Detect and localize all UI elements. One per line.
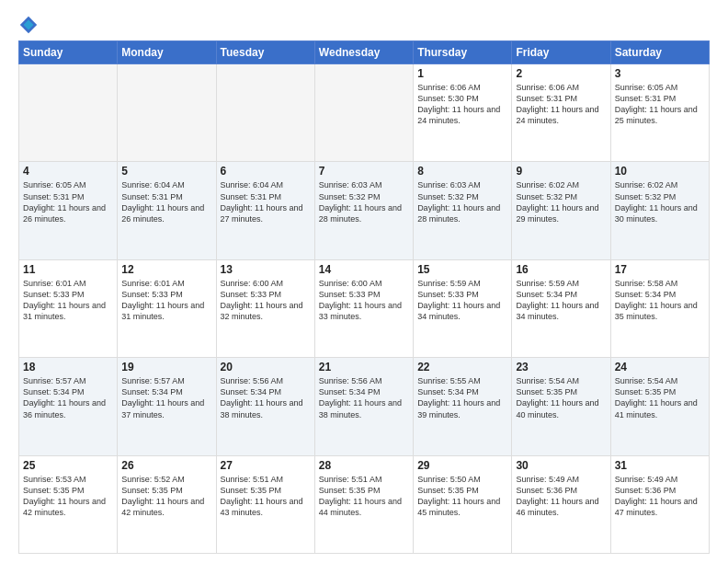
calendar-day-cell: 30Sunrise: 5:49 AMSunset: 5:36 PMDayligh… <box>512 455 610 553</box>
day-info-text: Sunrise: 6:05 AMSunset: 5:31 PMDaylight:… <box>23 179 113 224</box>
day-number: 2 <box>516 67 606 80</box>
day-info-text: Sunrise: 5:49 AMSunset: 5:36 PMDaylight:… <box>516 474 606 519</box>
calendar-day-header: Wednesday <box>314 41 413 64</box>
calendar-day-cell: 19Sunrise: 5:57 AMSunset: 5:34 PMDayligh… <box>118 358 216 455</box>
day-info-text: Sunrise: 6:01 AMSunset: 5:33 PMDaylight:… <box>23 278 113 323</box>
day-info-text: Sunrise: 5:53 AMSunset: 5:35 PMDaylight:… <box>23 474 113 519</box>
day-number: 3 <box>615 67 705 80</box>
calendar-day-cell: 5Sunrise: 6:04 AMSunset: 5:31 PMDaylight… <box>118 162 216 259</box>
day-info-text: Sunrise: 5:49 AMSunset: 5:36 PMDaylight:… <box>615 474 705 519</box>
calendar-day-cell: 26Sunrise: 5:52 AMSunset: 5:35 PMDayligh… <box>118 455 216 553</box>
day-info-text: Sunrise: 6:02 AMSunset: 5:32 PMDaylight:… <box>615 179 705 224</box>
day-number: 10 <box>615 165 705 178</box>
day-info-text: Sunrise: 6:00 AMSunset: 5:33 PMDaylight:… <box>319 278 409 323</box>
day-info-text: Sunrise: 6:06 AMSunset: 5:30 PMDaylight:… <box>417 82 507 127</box>
day-number: 23 <box>516 361 606 373</box>
calendar-day-cell: 15Sunrise: 5:59 AMSunset: 5:33 PMDayligh… <box>414 259 512 357</box>
day-number: 15 <box>417 263 507 276</box>
day-number: 8 <box>417 165 507 178</box>
logo <box>18 15 40 35</box>
calendar-page: SundayMondayTuesdayWednesdayThursdayFrid… <box>0 0 728 563</box>
calendar-day-cell <box>314 64 413 162</box>
calendar-day-cell: 13Sunrise: 6:00 AMSunset: 5:33 PMDayligh… <box>216 259 314 357</box>
day-number: 4 <box>23 165 113 178</box>
calendar-day-cell <box>19 64 118 162</box>
day-info-text: Sunrise: 6:03 AMSunset: 5:32 PMDaylight:… <box>417 179 507 224</box>
calendar-day-cell: 28Sunrise: 5:51 AMSunset: 5:35 PMDayligh… <box>314 455 413 553</box>
calendar-day-cell: 10Sunrise: 6:02 AMSunset: 5:32 PMDayligh… <box>610 162 709 259</box>
day-number: 22 <box>417 361 507 373</box>
calendar-day-cell: 7Sunrise: 6:03 AMSunset: 5:32 PMDaylight… <box>314 162 413 259</box>
day-info-text: Sunrise: 5:56 AMSunset: 5:34 PMDaylight:… <box>319 375 409 420</box>
calendar-week-row: 11Sunrise: 6:01 AMSunset: 5:33 PMDayligh… <box>19 259 710 357</box>
day-info-text: Sunrise: 6:04 AMSunset: 5:31 PMDaylight:… <box>221 179 311 224</box>
calendar-day-cell: 4Sunrise: 6:05 AMSunset: 5:31 PMDaylight… <box>19 162 118 259</box>
calendar-day-cell: 3Sunrise: 6:05 AMSunset: 5:31 PMDaylight… <box>610 64 709 162</box>
day-number: 27 <box>221 459 311 472</box>
calendar-day-cell <box>118 64 216 162</box>
calendar-day-cell: 27Sunrise: 5:51 AMSunset: 5:35 PMDayligh… <box>216 455 314 553</box>
day-number: 6 <box>221 165 311 178</box>
calendar-table: SundayMondayTuesdayWednesdayThursdayFrid… <box>18 40 710 554</box>
calendar-day-cell: 2Sunrise: 6:06 AMSunset: 5:31 PMDaylight… <box>512 64 610 162</box>
day-number: 21 <box>319 361 409 373</box>
calendar-day-cell: 23Sunrise: 5:54 AMSunset: 5:35 PMDayligh… <box>512 358 610 455</box>
calendar-day-header: Saturday <box>610 41 709 64</box>
day-info-text: Sunrise: 5:56 AMSunset: 5:34 PMDaylight:… <box>221 375 311 420</box>
day-info-text: Sunrise: 5:54 AMSunset: 5:35 PMDaylight:… <box>615 375 705 420</box>
calendar-day-cell: 29Sunrise: 5:50 AMSunset: 5:35 PMDayligh… <box>414 455 512 553</box>
day-info-text: Sunrise: 5:59 AMSunset: 5:33 PMDaylight:… <box>417 278 507 323</box>
calendar-day-cell: 24Sunrise: 5:54 AMSunset: 5:35 PMDayligh… <box>610 358 709 455</box>
day-info-text: Sunrise: 5:54 AMSunset: 5:35 PMDaylight:… <box>516 375 606 420</box>
day-number: 29 <box>417 459 507 472</box>
calendar-day-cell: 16Sunrise: 5:59 AMSunset: 5:34 PMDayligh… <box>512 259 610 357</box>
day-number: 13 <box>221 263 311 276</box>
calendar-day-cell: 9Sunrise: 6:02 AMSunset: 5:32 PMDaylight… <box>512 162 610 259</box>
calendar-day-cell <box>216 64 314 162</box>
day-number: 7 <box>319 165 409 178</box>
calendar-day-header: Friday <box>512 41 610 64</box>
day-number: 19 <box>121 361 211 373</box>
calendar-week-row: 4Sunrise: 6:05 AMSunset: 5:31 PMDaylight… <box>19 162 710 259</box>
day-info-text: Sunrise: 5:55 AMSunset: 5:34 PMDaylight:… <box>417 375 507 420</box>
day-info-text: Sunrise: 5:50 AMSunset: 5:35 PMDaylight:… <box>417 474 507 519</box>
logo-icon <box>18 15 39 35</box>
day-number: 14 <box>319 263 409 276</box>
day-info-text: Sunrise: 6:00 AMSunset: 5:33 PMDaylight:… <box>221 278 311 323</box>
page-header <box>18 15 710 35</box>
day-number: 1 <box>417 67 507 80</box>
day-info-text: Sunrise: 6:03 AMSunset: 5:32 PMDaylight:… <box>319 179 409 224</box>
day-info-text: Sunrise: 5:51 AMSunset: 5:35 PMDaylight:… <box>221 474 311 519</box>
day-info-text: Sunrise: 5:52 AMSunset: 5:35 PMDaylight:… <box>121 474 211 519</box>
day-number: 31 <box>615 459 705 472</box>
calendar-day-header: Thursday <box>414 41 512 64</box>
calendar-day-cell: 25Sunrise: 5:53 AMSunset: 5:35 PMDayligh… <box>19 455 118 553</box>
calendar-week-row: 18Sunrise: 5:57 AMSunset: 5:34 PMDayligh… <box>19 358 710 455</box>
calendar-day-cell: 8Sunrise: 6:03 AMSunset: 5:32 PMDaylight… <box>414 162 512 259</box>
calendar-day-cell: 6Sunrise: 6:04 AMSunset: 5:31 PMDaylight… <box>216 162 314 259</box>
day-number: 26 <box>121 459 211 472</box>
day-info-text: Sunrise: 6:05 AMSunset: 5:31 PMDaylight:… <box>615 82 705 127</box>
calendar-week-row: 25Sunrise: 5:53 AMSunset: 5:35 PMDayligh… <box>19 455 710 553</box>
day-info-text: Sunrise: 5:59 AMSunset: 5:34 PMDaylight:… <box>516 278 606 323</box>
day-number: 5 <box>121 165 211 178</box>
day-number: 17 <box>615 263 705 276</box>
calendar-day-cell: 20Sunrise: 5:56 AMSunset: 5:34 PMDayligh… <box>216 358 314 455</box>
calendar-day-cell: 31Sunrise: 5:49 AMSunset: 5:36 PMDayligh… <box>610 455 709 553</box>
day-info-text: Sunrise: 5:57 AMSunset: 5:34 PMDaylight:… <box>121 375 211 420</box>
day-number: 28 <box>319 459 409 472</box>
calendar-day-cell: 21Sunrise: 5:56 AMSunset: 5:34 PMDayligh… <box>314 358 413 455</box>
day-number: 11 <box>23 263 113 276</box>
calendar-day-cell: 11Sunrise: 6:01 AMSunset: 5:33 PMDayligh… <box>19 259 118 357</box>
calendar-day-header: Sunday <box>19 41 118 64</box>
calendar-day-cell: 22Sunrise: 5:55 AMSunset: 5:34 PMDayligh… <box>414 358 512 455</box>
day-number: 24 <box>615 361 705 373</box>
day-info-text: Sunrise: 6:06 AMSunset: 5:31 PMDaylight:… <box>516 82 606 127</box>
day-info-text: Sunrise: 5:57 AMSunset: 5:34 PMDaylight:… <box>23 375 113 420</box>
calendar-day-header: Monday <box>118 41 216 64</box>
day-number: 9 <box>516 165 606 178</box>
calendar-day-cell: 17Sunrise: 5:58 AMSunset: 5:34 PMDayligh… <box>610 259 709 357</box>
day-number: 30 <box>516 459 606 472</box>
day-number: 25 <box>23 459 113 472</box>
day-number: 16 <box>516 263 606 276</box>
